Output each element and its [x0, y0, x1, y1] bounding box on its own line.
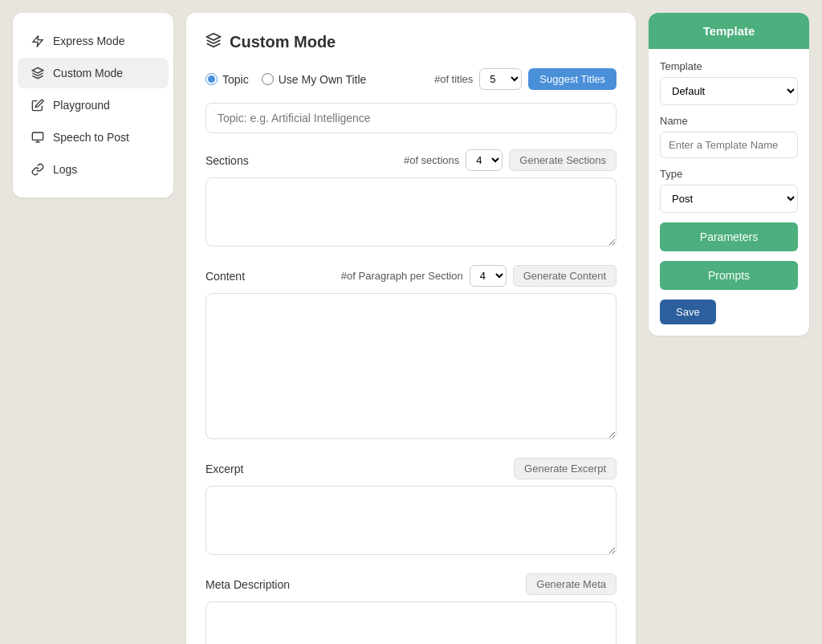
prompts-button[interactable]: Prompts [660, 261, 798, 290]
main-content: Custom Mode Topic Use My Own Title #of t… [186, 13, 636, 644]
excerpt-controls: Generate Excerpt [514, 458, 616, 479]
sidebar-label-logs: Logs [53, 163, 77, 176]
name-group: Name [660, 115, 798, 158]
sidebar-label-custom-mode: Custom Mode [53, 67, 123, 79]
content-controls: #of Paragraph per Section 4 2 6 Generate… [341, 265, 616, 287]
generate-content-button[interactable]: Generate Content [513, 265, 616, 287]
svg-marker-4 [207, 34, 221, 40]
sidebar-label-playground: Playground [53, 99, 110, 112]
titles-count-label: #of titles [434, 73, 473, 85]
name-field-label: Name [660, 115, 798, 127]
page-title: Custom Mode [206, 32, 616, 52]
save-button[interactable]: Save [660, 300, 716, 324]
parameters-button[interactable]: Parameters [660, 222, 798, 251]
meta-description-group: Meta Description Generate Meta [206, 573, 616, 644]
sidebar-item-playground[interactable]: Playground [18, 90, 169, 120]
excerpt-group: Excerpt Generate Excerpt [206, 458, 616, 557]
content-header: Content #of Paragraph per Section 4 2 6 … [206, 265, 616, 287]
right-panel: Template Template Default Name Type Post… [649, 13, 809, 644]
type-select[interactable]: Post Page Custom [660, 185, 798, 213]
sections-header: Sections #of sections 4 2 6 Generate Sec… [206, 149, 616, 171]
template-header-button[interactable]: Template [649, 13, 809, 49]
sidebar-item-custom-mode[interactable]: Custom Mode [18, 58, 169, 88]
content-textarea[interactable] [206, 293, 616, 439]
svg-marker-0 [32, 67, 43, 73]
svg-rect-1 [32, 132, 43, 140]
layers-icon [31, 66, 45, 80]
content-group: Content #of Paragraph per Section 4 2 6 … [206, 265, 616, 442]
monitor-icon [31, 130, 45, 145]
template-select[interactable]: Default [660, 77, 798, 105]
radio-own-title-input[interactable] [262, 73, 274, 85]
sections-textarea[interactable] [206, 177, 616, 247]
template-name-input[interactable] [660, 132, 798, 158]
link-icon [31, 162, 45, 177]
zap-icon [31, 34, 45, 48]
radio-group: Topic Use My Own Title [206, 73, 366, 86]
meta-description-header: Meta Description Generate Meta [206, 573, 616, 595]
sections-group: Sections #of sections 4 2 6 Generate Sec… [206, 149, 616, 249]
template-select-group: Template Default [660, 60, 798, 105]
sidebar: Express Mode Custom Mode Playground [13, 13, 173, 198]
template-card: Template Template Default Name Type Post… [649, 13, 809, 336]
excerpt-header: Excerpt Generate Excerpt [206, 458, 616, 479]
radio-row: Topic Use My Own Title #of titles 5 3 10… [206, 68, 616, 90]
sections-count-label: #of sections [404, 154, 459, 166]
content-count-select[interactable]: 4 2 6 [470, 265, 507, 287]
sections-count-select[interactable]: 4 2 6 [466, 149, 503, 171]
template-field-label: Template [660, 60, 798, 72]
save-row: Save [660, 300, 798, 324]
layers-title-icon [206, 32, 222, 52]
sections-label: Sections [206, 154, 249, 167]
titles-count-select[interactable]: 5 3 10 [479, 68, 522, 90]
generate-meta-button[interactable]: Generate Meta [526, 573, 616, 595]
titles-row: #of titles 5 3 10 Suggest Titles [434, 68, 616, 90]
meta-description-textarea[interactable] [206, 601, 616, 644]
template-body: Template Default Name Type Post Page Cus… [649, 49, 809, 336]
type-group: Type Post Page Custom [660, 168, 798, 213]
generate-excerpt-button[interactable]: Generate Excerpt [514, 458, 616, 479]
sidebar-item-logs[interactable]: Logs [18, 154, 169, 185]
sections-controls: #of sections 4 2 6 Generate Sections [404, 149, 616, 171]
sidebar-item-speech-to-post[interactable]: Speech to Post [18, 122, 169, 153]
generate-sections-button[interactable]: Generate Sections [509, 149, 616, 171]
radio-topic-input[interactable] [206, 73, 218, 85]
sidebar-label-speech-to-post: Speech to Post [53, 131, 129, 144]
suggest-titles-button[interactable]: Suggest Titles [528, 68, 616, 90]
excerpt-label: Excerpt [206, 463, 243, 475]
radio-use-own-title[interactable]: Use My Own Title [262, 73, 367, 86]
meta-description-controls: Generate Meta [526, 573, 616, 595]
meta-description-label: Meta Description [206, 578, 290, 591]
edit-icon [31, 98, 45, 112]
excerpt-textarea[interactable] [206, 486, 616, 555]
sidebar-label-express-mode: Express Mode [53, 35, 124, 47]
content-label: Content [206, 270, 245, 283]
topic-input[interactable] [206, 103, 616, 133]
radio-topic[interactable]: Topic [206, 73, 249, 86]
sidebar-item-express-mode[interactable]: Express Mode [18, 26, 169, 56]
content-count-label: #of Paragraph per Section [341, 270, 463, 282]
type-field-label: Type [660, 168, 798, 180]
